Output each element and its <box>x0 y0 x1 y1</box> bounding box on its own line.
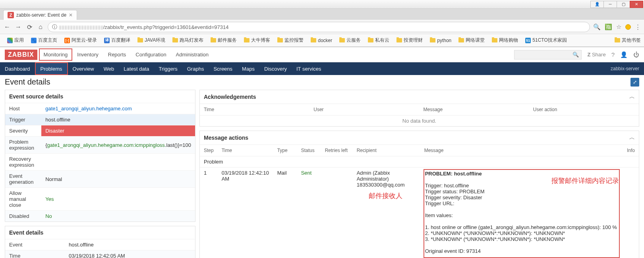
folder-icon <box>430 38 435 42</box>
menu-reports[interactable]: Reports <box>103 48 131 61</box>
folder-icon <box>458 38 464 42</box>
cell-recipient: Admin (Zabbix Administrator) 183530300@q… <box>353 168 420 258</box>
menu-monitoring[interactable]: Monitoring <box>39 48 73 61</box>
zoom-icon[interactable]: 🔍 <box>593 23 601 31</box>
bookmark-item[interactable]: python <box>430 38 451 43</box>
col-type: Type <box>273 145 297 156</box>
close-window-button[interactable]: ✕ <box>630 1 643 8</box>
acknowledgements-table: Time User Message User action No data fo… <box>200 104 639 126</box>
cell-info <box>623 168 639 258</box>
forward-icon[interactable]: → <box>14 23 22 31</box>
fullscreen-icon[interactable]: ⤢ <box>630 78 639 87</box>
subnav-it-services[interactable]: IT services <box>292 62 326 75</box>
bookmark-item[interactable]: 私有云 <box>368 37 389 44</box>
menu-administration[interactable]: Administration <box>171 48 213 61</box>
browser-tab[interactable]: Z zabbix-server: Event de ✕ <box>3 10 77 20</box>
other-bookmarks[interactable]: 其他书签 <box>615 37 641 44</box>
search-input[interactable]: 🔍 <box>514 50 582 60</box>
col-time: Time <box>200 104 309 116</box>
bookmark-item[interactable]: 🐾百度主页 <box>31 37 57 44</box>
folder-icon <box>615 38 620 42</box>
disabled-value: No <box>41 211 195 222</box>
reload-icon[interactable]: ⟳ <box>25 23 33 31</box>
bookmarks-bar: 应用 🐾百度主页 [-]阿里云-登录 译百度翻译 JAVA环境 跑马灯发布 邮件… <box>0 34 644 47</box>
home-icon[interactable]: ⌂ <box>37 23 44 31</box>
folder-icon <box>339 38 345 42</box>
event-details-panel: Event details Eventhost.offline Time03/1… <box>5 226 195 258</box>
extension-icon[interactable] <box>625 24 631 30</box>
label-severity: Severity <box>5 125 41 137</box>
tab-close-icon[interactable]: ✕ <box>69 12 73 18</box>
subnav-discovery[interactable]: Discovery <box>259 62 292 75</box>
apps-launcher[interactable]: 应用 <box>7 37 24 44</box>
search-icon: 🔍 <box>572 52 579 58</box>
section-problem: Problem <box>200 156 639 168</box>
zabbix-logo[interactable]: ZABBIX <box>5 50 37 60</box>
folder-icon <box>396 38 402 42</box>
subnav-graphs[interactable]: Graphs <box>182 62 209 75</box>
menu-inventory[interactable]: Inventory <box>72 48 103 61</box>
bookmark-item[interactable]: 大牛博客 <box>244 37 270 44</box>
col-recipient: Recipient <box>353 145 420 156</box>
subnav-latest-data[interactable]: Latest data <box>119 62 154 75</box>
no-data-row: No data found. <box>200 116 639 127</box>
menu-configuration[interactable]: Configuration <box>131 48 171 61</box>
bookmark-item[interactable]: 邮件服务 <box>211 37 237 44</box>
user-window-button[interactable]: 👤 <box>590 1 604 8</box>
bookmark-item[interactable]: 监控报警 <box>277 37 304 44</box>
url-bar[interactable]: ⓘ ▮▮▮▮▮▮▮▮▮▮▮▮▮▮▮▮ /zabbix/tr_events.php… <box>48 22 590 32</box>
bookmark-item[interactable]: [-]阿里云-登录 <box>64 37 97 44</box>
folder-icon <box>137 38 143 42</box>
panel-header: Acknowledgements︿ <box>200 90 639 104</box>
expression-link[interactable]: gate1_arongqi_aliyun.hehegame.com:icmppi… <box>47 142 165 148</box>
subnav-triggers[interactable]: Triggers <box>154 62 182 75</box>
bookmark-item[interactable]: 投资理财 <box>396 37 423 44</box>
event-value: host.offline <box>65 239 195 250</box>
problem-expression: {gate1_arongqi_aliyun.hehegame.com:icmpp… <box>41 137 195 154</box>
bookmark-item[interactable]: JAVA环境 <box>137 37 165 44</box>
logout-icon[interactable]: ⏻ <box>633 51 639 58</box>
cell-message: PROBLEM: host.offline Trigger: host.offl… <box>420 168 623 258</box>
label-trigger: Trigger <box>5 114 41 125</box>
zabbix-top-right: 🔍 Z Share ? 👤 ⏻ <box>514 50 639 60</box>
subnav-maps[interactable]: Maps <box>237 62 259 75</box>
folder-icon <box>244 38 249 42</box>
subnav-overview[interactable]: Overview <box>68 62 99 75</box>
panel-header: Event source details <box>5 90 195 103</box>
help-icon[interactable]: ? <box>611 51 615 58</box>
bookmark-item[interactable]: docker <box>311 38 332 43</box>
translate-icon[interactable]: 🈯 <box>605 23 612 31</box>
minimize-window-button[interactable]: ─ <box>603 1 617 8</box>
host-link[interactable]: gate1_arongqi_aliyun.hehegame.com <box>45 106 132 112</box>
subnav-screens[interactable]: Screens <box>209 62 237 75</box>
bookmark-item[interactable]: 5151CTO技术家园 <box>525 37 567 44</box>
bookmark-item[interactable]: 云服务 <box>339 37 361 44</box>
subnav-web[interactable]: Web <box>99 62 119 75</box>
bookmark-item[interactable]: 译百度翻译 <box>104 37 130 44</box>
menu-icon[interactable]: ⋮ <box>635 23 641 31</box>
collapse-icon[interactable]: ︿ <box>629 93 635 100</box>
col-user-action: User action <box>529 104 639 116</box>
recipient-email: 183530300@qq.com <box>357 182 405 188</box>
left-column: Event source details Hostgate1_arongqi_a… <box>5 90 195 258</box>
share-link[interactable]: Z Share <box>587 52 605 58</box>
cell-type: Mail <box>273 168 297 258</box>
event-details-table: Eventhost.offline Time03/19/2018 12:42:0… <box>5 239 195 258</box>
browser-toolbar: ← → ⟳ ⌂ ⓘ ▮▮▮▮▮▮▮▮▮▮▮▮▮▮▮▮ /zabbix/tr_ev… <box>0 20 644 34</box>
bookmark-item[interactable]: 网络购物 <box>492 37 518 44</box>
bookmark-item[interactable]: 网络课堂 <box>458 37 485 44</box>
folder-icon <box>492 38 497 42</box>
label-allow-manual-close: Allow manual close <box>5 188 41 211</box>
user-icon[interactable]: 👤 <box>620 51 628 58</box>
zabbix-sub-nav: Dashboard Problems Overview Web Latest d… <box>0 62 644 75</box>
maximize-window-button[interactable]: ▢ <box>617 1 630 8</box>
star-bookmark-icon[interactable]: ☆ <box>616 23 621 31</box>
event-source-table: Hostgate1_arongqi_aliyun.hehegame.com Tr… <box>5 103 195 221</box>
subnav-problems[interactable]: Problems <box>35 62 68 75</box>
right-column: Acknowledgements︿ Time User Message User… <box>199 90 639 258</box>
col-step: Step <box>200 145 218 156</box>
bookmark-item[interactable]: 跑马灯发布 <box>172 37 203 44</box>
back-icon[interactable]: ← <box>3 23 11 31</box>
subnav-dashboard[interactable]: Dashboard <box>0 62 35 75</box>
collapse-icon[interactable]: ︿ <box>629 134 635 141</box>
